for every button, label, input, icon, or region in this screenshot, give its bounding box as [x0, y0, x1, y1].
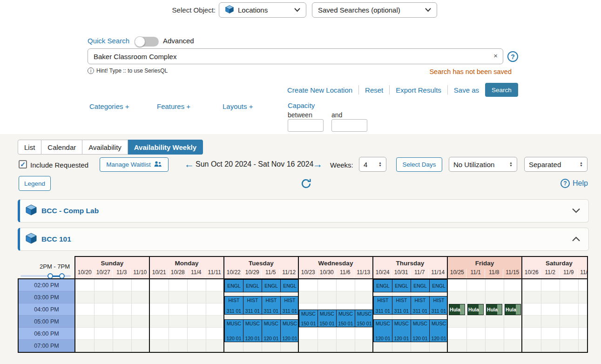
grid-cell[interactable] [187, 340, 206, 352]
event-block[interactable]: ENGL [280, 279, 299, 292]
tab-availability[interactable]: Availability [82, 140, 128, 155]
event-block[interactable]: MUSC120 01 [373, 319, 392, 342]
grid-cell[interactable] [131, 303, 150, 316]
grid-cell[interactable] [75, 328, 94, 340]
grid-cell[interactable] [522, 340, 541, 352]
search-mode-toggle[interactable] [135, 37, 159, 47]
refresh-icon[interactable] [300, 178, 312, 191]
grid-cell[interactable] [131, 316, 150, 328]
grid-cell[interactable] [113, 316, 131, 328]
grid-cell[interactable] [187, 291, 206, 303]
grid-cell[interactable] [466, 279, 485, 291]
search-help-icon[interactable]: ? [507, 51, 518, 62]
search-button[interactable]: Search [485, 83, 518, 97]
saved-searches-dropdown[interactable]: Saved Searches (optional) [312, 2, 437, 18]
grid-cell[interactable] [466, 328, 485, 340]
location-name[interactable]: BCC - Comp Lab [41, 207, 572, 215]
tab-availability-weekly[interactable]: Availability Weekly [128, 140, 203, 155]
grid-cell[interactable] [299, 340, 317, 352]
select-arrows-icon[interactable]: ▲▼ [580, 162, 583, 167]
grid-cell[interactable] [541, 303, 560, 316]
grid-cell[interactable] [578, 279, 588, 291]
grid-cell[interactable] [317, 279, 336, 291]
grid-cell[interactable] [169, 340, 187, 352]
grid-cell[interactable] [169, 279, 187, 291]
grid-cell[interactable] [206, 291, 224, 303]
event-block[interactable]: ENGL [243, 279, 262, 292]
grid-cell[interactable] [504, 340, 522, 352]
grid-cell[interactable] [504, 279, 522, 291]
event-block[interactable]: MUSC120 01 [262, 319, 281, 342]
grid-cell[interactable] [113, 291, 131, 303]
event-block[interactable]: Hula [467, 304, 484, 315]
grid-cell[interactable] [206, 316, 224, 328]
grid-cell[interactable] [355, 328, 373, 340]
event-block[interactable]: HIST311 01 [411, 296, 430, 315]
toggle-knob[interactable] [135, 36, 145, 47]
grid-cell[interactable] [94, 291, 113, 303]
legend-button[interactable]: Legend [19, 176, 51, 191]
event-block[interactable]: MUSC150 01 [299, 310, 318, 327]
grid-cell[interactable] [504, 291, 522, 303]
grid-cell[interactable] [169, 291, 187, 303]
next-weeks-arrow[interactable]: → [313, 159, 323, 169]
grid-cell[interactable] [187, 303, 206, 316]
grid-cell[interactable] [113, 279, 131, 291]
select-arrows-icon[interactable]: ▲▼ [509, 162, 513, 167]
grid-cell[interactable] [485, 328, 504, 340]
event-block[interactable]: ENGL [411, 279, 430, 292]
slider-knob-end[interactable] [59, 273, 65, 279]
grid-cell[interactable] [522, 316, 541, 328]
grid-cell[interactable] [150, 291, 169, 303]
capacity-min-input[interactable] [288, 119, 324, 132]
grid-cell[interactable] [541, 279, 560, 291]
grid-cell[interactable] [150, 328, 169, 340]
event-block[interactable]: Hula [486, 304, 502, 315]
event-block[interactable]: ENGL [392, 279, 411, 292]
grid-cell[interactable] [485, 316, 504, 328]
reset-link[interactable]: Reset [365, 86, 383, 94]
grid-cell[interactable] [206, 303, 224, 316]
grid-cell[interactable] [131, 279, 150, 291]
location-name[interactable]: BCC 101 [41, 235, 572, 243]
grid-cell[interactable] [75, 279, 94, 291]
grid-cell[interactable] [169, 303, 187, 316]
grid-cell[interactable] [448, 279, 466, 291]
grid-cell[interactable] [187, 328, 206, 340]
grid-cell[interactable] [504, 328, 522, 340]
grid-cell[interactable] [336, 291, 355, 303]
grid-cell[interactable] [522, 279, 541, 291]
event-block[interactable]: HIST311 01 [280, 296, 299, 315]
grid-cell[interactable] [448, 328, 466, 340]
grid-cell[interactable] [522, 291, 541, 303]
event-block[interactable]: MUSC150 01 [336, 310, 355, 327]
features-filter-link[interactable]: Features + [157, 102, 190, 110]
grid-cell[interactable] [317, 291, 336, 303]
location-panel-bcc-comp-lab[interactable]: BCC - Comp Lab [18, 199, 589, 222]
grid-cell[interactable] [466, 340, 485, 352]
grid-cell[interactable] [75, 316, 94, 328]
grid-cell[interactable] [560, 340, 578, 352]
grid-cell[interactable] [75, 340, 94, 352]
event-block[interactable]: MUSC120 01 [243, 319, 262, 342]
grid-cell[interactable] [131, 340, 150, 352]
grid-cell[interactable] [206, 340, 224, 352]
grid-cell[interactable] [94, 279, 113, 291]
manage-waitlist-button[interactable]: Manage Waitlist [100, 157, 169, 172]
capacity-max-input[interactable] [331, 119, 367, 132]
export-results-link[interactable]: Export Results [396, 86, 441, 94]
grid-cell[interactable] [522, 303, 541, 316]
separated-select[interactable]: Separated ▲▼ [524, 157, 587, 172]
grid-cell[interactable] [113, 340, 131, 352]
grid-cell[interactable] [578, 316, 588, 328]
grid-cell[interactable] [206, 279, 224, 291]
grid-cell[interactable] [75, 291, 94, 303]
weeks-stepper[interactable]: 4 ▲▼ [359, 157, 386, 172]
grid-cell[interactable] [150, 340, 169, 352]
stepper-arrows-icon[interactable]: ▲▼ [378, 162, 382, 167]
grid-cell[interactable] [94, 303, 113, 316]
grid-cell[interactable] [336, 328, 355, 340]
grid-cell[interactable] [355, 291, 373, 303]
grid-cell[interactable] [541, 340, 560, 352]
grid-cell[interactable] [299, 328, 317, 340]
